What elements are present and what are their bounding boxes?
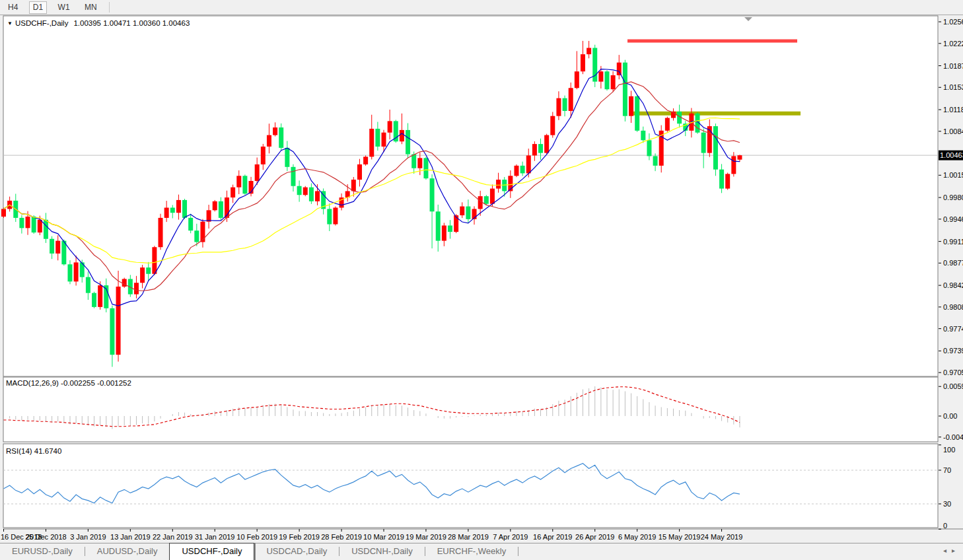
rsi-axis-label: 0 — [943, 522, 947, 530]
candle — [605, 71, 610, 89]
candle — [333, 207, 338, 224]
candle — [170, 207, 175, 213]
candle — [26, 217, 30, 228]
candle — [213, 201, 217, 210]
candle — [67, 264, 72, 281]
candle — [532, 144, 537, 155]
chart-tabs-bar: EURUSD-,Daily AUDUSD-,Daily USDCHF-,Dail… — [0, 543, 963, 560]
candle — [236, 176, 241, 187]
rsi-pane[interactable] — [3, 444, 938, 528]
candle — [315, 191, 320, 201]
toolbar-separator — [109, 2, 110, 13]
main-chart-pane[interactable] — [3, 16, 938, 376]
tab-scroll-left-icon[interactable]: ◂ — [943, 547, 952, 554]
candle — [647, 140, 651, 156]
candle — [569, 88, 573, 111]
macd-axis-label: 0.00597 — [943, 382, 963, 390]
candle — [575, 71, 579, 88]
candle — [382, 133, 386, 147]
candle — [641, 131, 645, 140]
candle — [490, 189, 495, 204]
candle — [110, 308, 114, 355]
candle — [267, 135, 271, 147]
candle — [182, 200, 187, 218]
candle — [598, 71, 603, 81]
candle — [1, 209, 6, 217]
candle — [297, 186, 302, 195]
candle — [538, 144, 543, 153]
tab-usdcnh-daily[interactable]: USDCNH-,Daily — [339, 543, 424, 560]
candle — [430, 178, 435, 211]
candle — [159, 218, 163, 247]
candle — [176, 200, 181, 213]
chart-canvas[interactable]: 1.025601.022201.018701.015301.011801.008… — [0, 0, 963, 560]
candle — [454, 215, 458, 232]
candle — [357, 164, 362, 180]
timeframe-button-h4[interactable]: H4 — [4, 1, 22, 14]
candle — [55, 241, 60, 254]
candle — [255, 164, 260, 181]
candle — [134, 283, 139, 294]
candle — [665, 118, 670, 131]
candle — [74, 262, 79, 281]
candle — [731, 156, 736, 174]
candle — [526, 155, 531, 173]
price-axis[interactable] — [939, 0, 963, 560]
tab-eurusd-daily[interactable]: EURUSD-,Daily — [0, 543, 85, 560]
candle — [200, 222, 205, 242]
timeframe-toolbar: H4 D1 W1 MN — [0, 0, 963, 15]
candle — [86, 277, 90, 293]
candle — [719, 170, 724, 189]
candle — [327, 209, 332, 224]
candle — [98, 285, 102, 307]
candle — [653, 156, 658, 165]
time-axis[interactable] — [0, 529, 963, 542]
candle — [411, 155, 416, 168]
candle — [303, 188, 308, 195]
candle — [496, 180, 501, 188]
candle — [231, 188, 235, 197]
candle — [19, 218, 24, 228]
candle — [44, 220, 48, 239]
timeframe-button-w1[interactable]: W1 — [54, 1, 74, 14]
candle — [285, 148, 289, 167]
tab-eurchf-weekly[interactable]: EURCHF-,Weekly — [425, 543, 518, 560]
candle — [140, 267, 145, 283]
candle — [152, 247, 157, 273]
candle — [725, 174, 730, 188]
candle — [369, 129, 374, 157]
candle — [737, 155, 742, 160]
candle — [92, 293, 96, 307]
candle — [242, 176, 247, 193]
candle — [629, 96, 633, 116]
timeframe-button-d1[interactable]: D1 — [29, 1, 47, 14]
candle — [388, 121, 392, 132]
tab-usdchf-daily[interactable]: USDCHF-,Daily — [169, 543, 254, 560]
candle — [520, 166, 525, 174]
candle — [514, 166, 518, 176]
candle — [550, 116, 555, 135]
candle — [50, 239, 54, 254]
candle — [291, 167, 295, 186]
candle — [188, 218, 193, 230]
candle — [466, 207, 470, 219]
macd-pane[interactable] — [3, 377, 938, 442]
candle — [207, 210, 211, 221]
candle — [122, 279, 127, 287]
candle — [164, 207, 169, 217]
tab-separator — [518, 547, 518, 556]
candle — [544, 135, 549, 153]
candle — [713, 126, 718, 170]
candle — [219, 201, 223, 218]
tab-scroll-right-icon[interactable]: ▸ — [952, 547, 960, 554]
candle — [623, 63, 627, 116]
candle — [423, 158, 428, 178]
candle — [701, 133, 706, 153]
candle — [394, 121, 398, 141]
candle — [587, 48, 591, 55]
candle — [502, 180, 507, 191]
timeframe-button-mn[interactable]: MN — [81, 1, 101, 14]
tab-usdcad-daily[interactable]: USDCAD-,Daily — [254, 543, 339, 560]
candle — [351, 180, 356, 191]
tab-audusd-daily[interactable]: AUDUSD-,Daily — [85, 543, 170, 560]
